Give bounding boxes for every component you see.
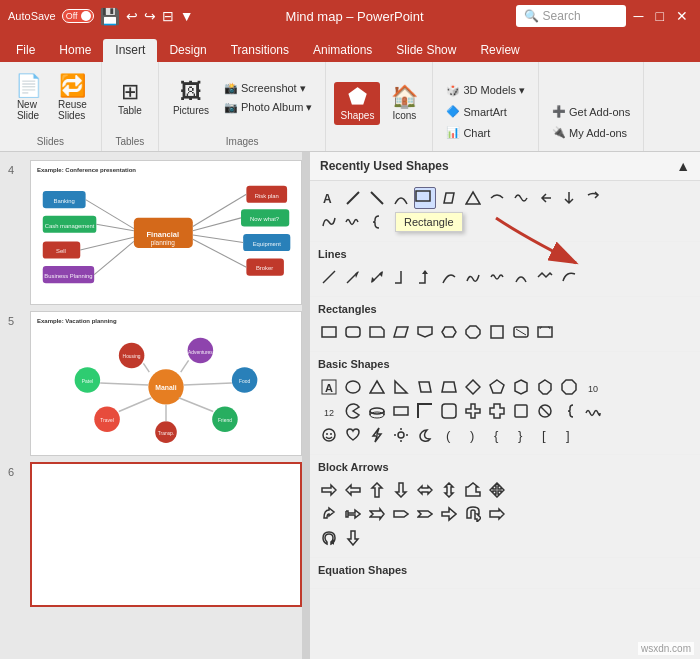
line-arc[interactable] <box>510 266 532 288</box>
basic-heart[interactable] <box>342 424 364 446</box>
basic-lightning[interactable] <box>366 424 388 446</box>
rect-plaque[interactable] <box>534 321 556 343</box>
shape-arrow-down[interactable] <box>558 187 580 209</box>
slide-thumb-5[interactable]: Example: Vacation planning Manali Housin… <box>30 311 302 456</box>
rect-hexagon[interactable] <box>438 321 460 343</box>
basic-pentagon[interactable] <box>486 376 508 398</box>
basic-no[interactable] <box>534 400 556 422</box>
shape-text-a[interactable]: A <box>318 187 340 209</box>
search-box[interactable]: 🔍 Search <box>516 5 626 27</box>
close-button[interactable]: ✕ <box>672 8 692 24</box>
3d-models-button[interactable]: 🎲 3D Models ▾ <box>441 82 530 99</box>
block-arrow-right[interactable] <box>318 479 340 501</box>
autosave-toggle[interactable]: Off <box>62 9 94 23</box>
basic-bracket-sq-open[interactable]: [ <box>534 424 556 446</box>
get-addons-button[interactable]: ➕ Get Add-ons <box>547 103 635 120</box>
basic-ring[interactable] <box>366 400 388 422</box>
shape-parallelogram[interactable] <box>438 187 460 209</box>
block-arrow-leftright[interactable] <box>414 479 436 501</box>
basic-12gon[interactable]: 12 <box>318 400 340 422</box>
tab-review[interactable]: Review <box>468 39 531 62</box>
shape-rectangle-highlighted[interactable]: Rectangle <box>414 187 436 209</box>
block-arrow-u-turn[interactable] <box>462 503 484 525</box>
block-arrow-notched[interactable] <box>366 503 388 525</box>
basic-diamond[interactable] <box>462 376 484 398</box>
line-zigzag[interactable] <box>534 266 556 288</box>
block-arrow-left[interactable] <box>342 479 364 501</box>
basic-wave[interactable] <box>582 400 604 422</box>
shape-arrow-left[interactable] <box>534 187 556 209</box>
basic-rect2[interactable] <box>510 400 532 422</box>
shape-curved-arrow[interactable] <box>582 187 604 209</box>
shape-wave[interactable] <box>342 211 364 233</box>
shape-line-2[interactable] <box>366 187 388 209</box>
basic-bracket-sq-close[interactable]: ] <box>558 424 580 446</box>
line-curve[interactable] <box>438 266 460 288</box>
line-scribble[interactable] <box>462 266 484 288</box>
block-arrow-pentagon[interactable] <box>390 503 412 525</box>
rect-pentagon[interactable] <box>414 321 436 343</box>
block-arrow-quad[interactable] <box>486 479 508 501</box>
block-arrow-down2[interactable] <box>342 527 364 549</box>
tab-design[interactable]: Design <box>157 39 218 62</box>
basic-brace-l[interactable] <box>558 400 580 422</box>
basic-moon[interactable] <box>414 424 436 446</box>
block-arrow-down[interactable] <box>390 479 412 501</box>
shape-curved-connector[interactable] <box>318 211 340 233</box>
block-arrow-right-turn[interactable] <box>438 503 460 525</box>
basic-ellipse[interactable] <box>342 376 364 398</box>
rect-round-diag[interactable] <box>510 321 532 343</box>
basic-pac[interactable] <box>342 400 364 422</box>
tab-slideshow[interactable]: Slide Show <box>384 39 468 62</box>
basic-right-triangle[interactable] <box>390 376 412 398</box>
photo-album-button[interactable]: 📷 Photo Album ▾ <box>219 99 317 116</box>
slide-panel[interactable]: 4 Example: Conference presentation Finan… <box>0 152 310 659</box>
shapes-button[interactable]: ⬟ Shapes <box>334 82 380 125</box>
block-arrow-curved-right[interactable] <box>318 503 340 525</box>
rect-rounded[interactable] <box>342 321 364 343</box>
my-addons-button[interactable]: 🔌 My Add-ons <box>547 124 635 141</box>
shape-arc3[interactable] <box>510 187 532 209</box>
shapes-scroll-up[interactable]: ▲ <box>676 158 690 174</box>
slide-thumb-6[interactable] <box>30 462 302 607</box>
line-elbow[interactable] <box>390 266 412 288</box>
chart-button[interactable]: 📊 Chart <box>441 124 530 141</box>
rect-plain[interactable] <box>318 321 340 343</box>
line-straight[interactable] <box>318 266 340 288</box>
shape-arc[interactable] <box>390 187 412 209</box>
table-button[interactable]: ⊞ Table <box>110 77 150 120</box>
basic-trapezoid[interactable] <box>438 376 460 398</box>
block-arrow-chevron[interactable] <box>414 503 436 525</box>
basic-text-a[interactable]: A <box>318 376 340 398</box>
line-freeform[interactable] <box>486 266 508 288</box>
icons-button[interactable]: 🏠 Icons <box>384 82 424 125</box>
basic-smiley[interactable] <box>318 424 340 446</box>
basic-cross[interactable] <box>462 400 484 422</box>
block-arrow-up[interactable] <box>366 479 388 501</box>
minimize-button[interactable]: ─ <box>630 8 648 24</box>
block-arrow-callout-right[interactable] <box>486 503 508 525</box>
basic-octagon[interactable] <box>558 376 580 398</box>
basic-parallelogram[interactable] <box>414 376 436 398</box>
basic-bracket-close[interactable]: ) <box>462 424 484 446</box>
reuse-slides-button[interactable]: 🔁 ReuseSlides <box>52 71 93 125</box>
rect-octagon[interactable] <box>462 321 484 343</box>
save-icon[interactable]: 💾 <box>100 7 120 26</box>
basic-decagon[interactable]: 10 <box>582 376 604 398</box>
layout-icon[interactable]: ⊟ <box>162 8 174 24</box>
basic-brace-close[interactable]: } <box>510 424 532 446</box>
rect-square[interactable] <box>486 321 508 343</box>
redo-icon[interactable]: ↪ <box>144 8 156 24</box>
basic-corner[interactable] <box>414 400 436 422</box>
basic-hexagon[interactable] <box>510 376 532 398</box>
slide-thumb-4[interactable]: Example: Conference presentation Financi… <box>30 160 302 305</box>
smartart-button[interactable]: 🔷 SmartArt <box>441 103 530 120</box>
tab-file[interactable]: File <box>4 39 47 62</box>
line-elbow-arrow[interactable] <box>414 266 436 288</box>
rect-snip-corner[interactable] <box>366 321 388 343</box>
shape-brace-open[interactable] <box>366 211 388 233</box>
basic-plus[interactable] <box>486 400 508 422</box>
shape-line-1[interactable] <box>342 187 364 209</box>
tab-animations[interactable]: Animations <box>301 39 384 62</box>
maximize-button[interactable]: □ <box>652 8 668 24</box>
